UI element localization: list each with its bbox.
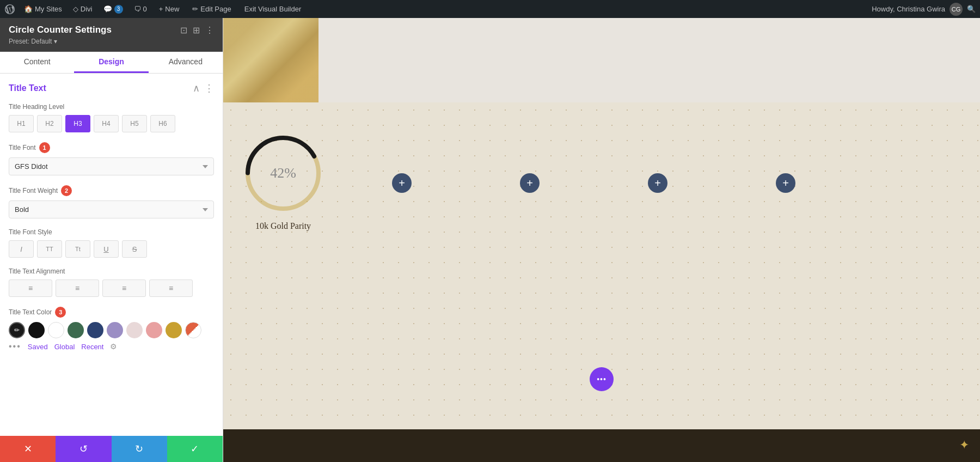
color-swatch-light-pink[interactable] xyxy=(126,322,143,338)
main-area: Circle Counter Settings ⊡ ⊞ ⋮ Preset: De… xyxy=(0,18,980,462)
pen-icon: ✏ xyxy=(14,326,20,334)
underline-button[interactable]: U xyxy=(94,240,119,258)
gear-icon[interactable]: ⚙ xyxy=(110,342,117,351)
heading-level-label: Title Heading Level xyxy=(9,103,214,111)
heading-h1-button[interactable]: H1 xyxy=(9,115,34,132)
global-button[interactable]: Global xyxy=(54,343,75,351)
pencil-icon: ✏ xyxy=(192,5,198,13)
font-select[interactable]: GFS Didot Default Georgia Times New Roma… xyxy=(9,157,214,175)
font-weight-select[interactable]: Bold Thin Light Normal xyxy=(9,200,214,218)
preset-arrow: ▾ xyxy=(54,38,57,45)
settings-panel: Circle Counter Settings ⊡ ⊞ ⋮ Preset: De… xyxy=(0,18,223,462)
user-name: Howdy, Christina Gwira xyxy=(872,5,945,13)
color-swatch-navy[interactable] xyxy=(87,322,103,338)
text-color-badge: 3 xyxy=(55,307,66,318)
heading-buttons: H1 H2 H3 H4 H5 H6 xyxy=(9,115,214,132)
font-field: Title Font 1 GFS Didot Default Georgia T… xyxy=(9,142,214,175)
circle-svg: 42% xyxy=(240,130,327,217)
redo-button[interactable]: ↻ xyxy=(112,436,167,462)
divi-float-menu[interactable]: ••• xyxy=(590,367,614,391)
section-header: Title Text ∧ ⋮ xyxy=(9,82,214,94)
align-center-button[interactable]: ≡ xyxy=(56,279,99,297)
align-justify-button[interactable]: ≡ xyxy=(149,279,193,297)
color-swatch-pink[interactable] xyxy=(146,322,162,338)
divi-menu[interactable]: ◇ Divi xyxy=(71,5,95,13)
divi-icon: ◇ xyxy=(73,5,78,13)
tab-content[interactable]: Content xyxy=(0,52,74,73)
font-label: Title Font 1 xyxy=(9,142,214,153)
search-icon[interactable]: 🔍 xyxy=(967,5,976,13)
more-colors-dots[interactable]: ••• xyxy=(9,342,21,351)
layout-icon[interactable]: ⊞ xyxy=(193,25,200,35)
divi-label: Divi xyxy=(81,5,93,13)
user-avatar[interactable]: CG xyxy=(950,3,963,16)
heading-h2-button[interactable]: H2 xyxy=(37,115,62,132)
heading-h6-button[interactable]: H6 xyxy=(150,115,175,132)
add-column-button-1[interactable]: + xyxy=(392,173,412,193)
saved-button[interactable]: Saved xyxy=(28,343,48,351)
text-color-label-text: Title Text Color xyxy=(9,308,52,316)
my-sites-label: My Sites xyxy=(35,5,62,13)
color-swatch-coral[interactable] xyxy=(185,322,201,338)
color-swatch-lavender[interactable] xyxy=(107,322,123,338)
comment-icon: 🗨 xyxy=(134,5,141,13)
align-right-button[interactable]: ≡ xyxy=(102,279,146,297)
my-sites-menu[interactable]: 🏠 My Sites xyxy=(22,5,64,13)
heading-level-label-text: Title Heading Level xyxy=(9,103,64,111)
add-column-button-4[interactable]: + xyxy=(776,173,795,193)
color-swatch-black[interactable] xyxy=(28,322,45,338)
undo-button[interactable]: ↺ xyxy=(56,436,111,462)
save-button[interactable]: ✓ xyxy=(167,436,223,462)
section-more-button[interactable]: ⋮ xyxy=(204,82,214,94)
font-style-label-text: Title Font Style xyxy=(9,228,52,236)
color-swatch-gold[interactable] xyxy=(166,322,182,338)
canvas-footer: ✦ xyxy=(223,429,980,462)
heading-h5-button[interactable]: H5 xyxy=(122,115,147,132)
comment-count-item[interactable]: 🗨 0 xyxy=(132,5,149,13)
uppercase-button[interactable]: TT xyxy=(37,240,62,258)
color-swatch-pen[interactable]: ✏ xyxy=(9,322,25,338)
canvas-area: 42% 10k Gold Parity + + + + ••• ✦ xyxy=(223,18,980,462)
preset-value: Preset: Default xyxy=(9,38,52,45)
preset-label[interactable]: Preset: Default ▾ xyxy=(9,38,214,45)
align-left-button[interactable]: ≡ xyxy=(9,279,52,297)
dots-icon: ••• xyxy=(597,375,607,384)
cancel-button[interactable]: ✕ xyxy=(0,436,56,462)
recent-button[interactable]: Recent xyxy=(81,343,103,351)
new-button[interactable]: + New xyxy=(156,5,183,13)
exit-builder-button[interactable]: Exit Visual Builder xyxy=(241,5,305,13)
section-title: Title Text xyxy=(9,83,46,93)
comments-menu[interactable]: 💬 3 xyxy=(101,5,125,14)
circle-counter-widget: 42% 10k Gold Parity xyxy=(240,130,327,231)
wordpress-logo[interactable] xyxy=(4,4,15,15)
add-column-button-2[interactable]: + xyxy=(520,173,540,193)
font-style-label: Title Font Style xyxy=(9,228,214,236)
color-swatch-green[interactable] xyxy=(68,322,84,338)
align-buttons: ≡ ≡ ≡ ≡ xyxy=(9,279,214,297)
more-options-icon[interactable]: ⋮ xyxy=(205,25,214,35)
tab-design[interactable]: Design xyxy=(74,52,148,73)
comments-zero: 0 xyxy=(143,5,147,13)
font-weight-field: Title Font Weight 2 Bold Thin Light Norm… xyxy=(9,185,214,218)
color-swatch-white[interactable] xyxy=(48,322,64,338)
collapse-button[interactable]: ∧ xyxy=(193,82,200,94)
add-column-button-3[interactable]: + xyxy=(648,173,667,193)
heading-h4-button[interactable]: H4 xyxy=(94,115,119,132)
panel-header: Circle Counter Settings ⊡ ⊞ ⋮ Preset: De… xyxy=(0,18,223,52)
bubble-icon: 💬 xyxy=(103,5,112,13)
top-bar: 🏠 My Sites ◇ Divi 💬 3 🗨 0 + New ✏ Edit P… xyxy=(0,0,980,18)
heading-h3-button[interactable]: H3 xyxy=(65,115,90,132)
italic-button[interactable]: I xyxy=(9,240,34,258)
panel-body: Title Text ∧ ⋮ Title Heading Level H1 H2… xyxy=(0,74,223,436)
font-weight-label: Title Font Weight 2 xyxy=(9,185,214,196)
tab-advanced[interactable]: Advanced xyxy=(149,52,223,73)
screen-icon[interactable]: ⊡ xyxy=(180,25,187,35)
capitalize-button[interactable]: Tt xyxy=(65,240,90,258)
text-color-field: Title Text Color 3 ✏ xyxy=(9,307,214,351)
font-badge: 1 xyxy=(39,142,50,153)
exit-builder-label: Exit Visual Builder xyxy=(244,5,302,13)
panel-tabs: Content Design Advanced xyxy=(0,52,223,74)
strikethrough-button[interactable]: S xyxy=(122,240,147,258)
font-style-field: Title Font Style I TT Tt U S xyxy=(9,228,214,258)
edit-page-button[interactable]: ✏ Edit Page xyxy=(189,5,234,13)
